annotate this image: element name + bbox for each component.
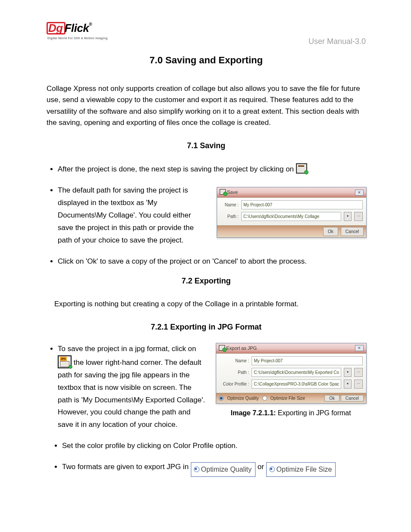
section-title-7-2-1: 7.2.1 Exporting in JPG Format: [47, 323, 366, 332]
bullet-text-a: Two formats are given to export JPG in: [62, 463, 191, 471]
path-row: Path : ▾ ...: [221, 212, 363, 221]
dialog-body: Name : Path : ▾ ...: [217, 198, 366, 225]
bullet-text: Set the color profile by clicking on Col…: [62, 442, 237, 450]
manual-version-label: User Manual-3.0: [308, 37, 366, 46]
badge-label: Optimize File Size: [277, 466, 332, 473]
section-7-2-intro: Exporting is nothing but creating a copy…: [54, 299, 366, 310]
color-profile-input[interactable]: [252, 380, 341, 389]
chevron-down-icon[interactable]: ▾: [344, 368, 352, 377]
saving-bullet-list: After the project is done, the next step…: [47, 163, 366, 268]
name-row: Name :: [220, 356, 363, 365]
ok-button[interactable]: Ok: [324, 395, 339, 401]
badge-label: Optimize Quality: [201, 466, 252, 473]
list-item: Set the color profile by clicking on Col…: [62, 440, 366, 452]
bullet-text: The default path for saving the project …: [58, 186, 194, 244]
optimize-quality-label: Optimize Quality: [227, 395, 258, 402]
dialog-titlebar: Export as JPG ✕: [216, 343, 366, 354]
logo-left: Dg: [47, 22, 65, 34]
export-jpg-icon: [219, 345, 225, 351]
color-profile-row: Color Profile : ▾ ...: [220, 380, 363, 389]
optimize-file-size-badge[interactable]: Optimize File Size: [266, 462, 336, 477]
close-icon[interactable]: ✕: [355, 345, 364, 351]
name-row: Name :: [221, 200, 363, 209]
caption-bold: Image 7.2.1.1:: [230, 409, 276, 417]
logo-subtitle: Digital World For Still & Motion Imaging: [47, 37, 108, 40]
bullet-text-a: To save the project in a jpg format, cli…: [58, 345, 196, 353]
cancel-button[interactable]: Cancel: [341, 227, 364, 236]
dialog-title: Export as JPG: [226, 345, 257, 351]
path-label: Path :: [221, 213, 239, 220]
list-item: After the project is done, the next step…: [58, 163, 366, 176]
browse-button[interactable]: ...: [354, 368, 363, 377]
logo-registered: ®: [89, 22, 92, 27]
name-input[interactable]: [241, 200, 363, 209]
dialog-footer: Ok Cancel: [217, 225, 366, 237]
path-input[interactable]: [252, 368, 341, 377]
browse-button[interactable]: ...: [354, 380, 363, 389]
exporting-jpg-bullet-list: To save the project in a jpg format, cli…: [47, 343, 366, 477]
save-icon[interactable]: [296, 163, 307, 174]
dialog-body: Name : Path : ▾ ... Color Profile :: [216, 354, 366, 393]
list-item: To save the project in a jpg format, cli…: [58, 343, 366, 431]
export-jpg-dialog: Export as JPG ✕ Name : Path :: [216, 343, 367, 404]
section-title-7: 7.0 Saving and Exporting: [47, 55, 366, 66]
name-label: Name :: [220, 357, 249, 364]
export-jpg-icon[interactable]: [58, 355, 72, 368]
bullet-text: Click on 'Ok' to save a copy of the proj…: [58, 257, 307, 265]
chevron-down-icon[interactable]: ▾: [344, 212, 352, 221]
name-label: Name :: [221, 201, 239, 208]
figure-caption-7-2-1-1: Image 7.2.1.1: Exporting in JPG format: [216, 407, 366, 419]
path-label: Path :: [220, 369, 249, 376]
cancel-button[interactable]: Cancel: [341, 395, 364, 401]
radio-selected-icon: [194, 467, 199, 472]
save-dialog: Save ✕ Name : Path :: [217, 187, 367, 238]
logo: DgFlick®: [47, 22, 108, 35]
section-title-7-1: 7.1 Saving: [47, 141, 366, 150]
path-input[interactable]: [241, 212, 341, 221]
browse-button[interactable]: ...: [354, 212, 363, 221]
close-icon[interactable]: ✕: [355, 190, 364, 196]
dialog-title: Save: [227, 190, 238, 195]
optimize-file-size-label: Optimize File Size: [271, 395, 305, 402]
bullet-text-b: the lower right-hand corner. The default…: [58, 358, 205, 429]
dialog-titlebar: Save ✕: [217, 187, 366, 198]
page-header: DgFlick® Digital World For Still & Motio…: [47, 22, 366, 46]
section-7-intro: Collage Xpress not only supports creatio…: [47, 83, 366, 128]
optimize-file-size-radio[interactable]: [262, 396, 267, 401]
caption-rest: Exporting in JPG format: [276, 409, 351, 417]
logo-block: DgFlick® Digital World For Still & Motio…: [47, 22, 108, 40]
logo-right: Flick: [65, 22, 89, 34]
save-icon: [220, 189, 226, 195]
document-page: DgFlick® Digital World For Still & Motio…: [0, 0, 411, 511]
color-profile-label: Color Profile :: [220, 380, 249, 388]
list-item: Click on 'Ok' to save a copy of the proj…: [58, 255, 366, 268]
ok-button[interactable]: Ok: [323, 227, 338, 236]
list-item: Two formats are given to export JPG in O…: [62, 461, 366, 477]
chevron-down-icon[interactable]: ▾: [344, 380, 352, 389]
list-item: The default path for saving the project …: [58, 184, 366, 246]
radio-selected-icon: [269, 467, 275, 472]
path-row: Path : ▾ ...: [220, 368, 363, 377]
dialog-footer: Optimize Quality Optimize File Size Ok C…: [216, 393, 366, 403]
optimize-quality-radio[interactable]: [219, 396, 224, 401]
section-title-7-2: 7.2 Exporting: [47, 277, 366, 286]
bullet-text-or: or: [258, 463, 266, 471]
optimize-quality-badge[interactable]: Optimize Quality: [191, 462, 255, 477]
bullet-text: After the project is done, the next step…: [58, 165, 294, 173]
name-input[interactable]: [252, 356, 363, 365]
